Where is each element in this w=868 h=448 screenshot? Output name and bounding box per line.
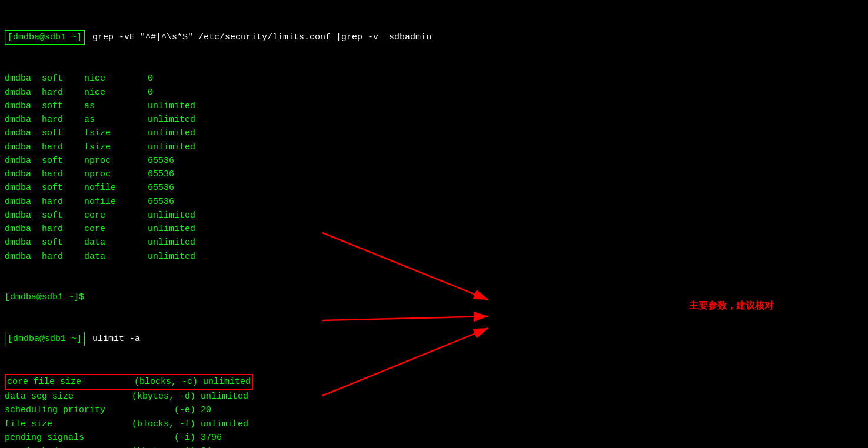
grep-output-line: dmdba hard fsize unlimited xyxy=(5,141,863,154)
ulimit-output-line: data seg size (kbytes, -d) unlimited xyxy=(5,390,863,403)
grep-output: dmdba soft nice 0dmdba hard nice 0dmdba … xyxy=(5,72,863,263)
grep-output-line: dmdba hard nproc 65536 xyxy=(5,168,863,181)
ulimit-output-line: core file size (blocks, -c) unlimited xyxy=(5,374,863,390)
grep-output-line: dmdba soft fsize unlimited xyxy=(5,126,863,140)
grep-output-line: dmdba soft nice 0 xyxy=(5,72,863,85)
grep-output-line: dmdba hard nofile 65536 xyxy=(5,195,863,209)
ulimit-output: core file size (blocks, -c) unlimiteddat… xyxy=(5,374,863,448)
prompt-1: [dmdba@sdb1 ~] xyxy=(5,30,85,45)
grep-output-line: dmdba soft as unlimited xyxy=(5,99,863,113)
command-line-1: [dmdba@sdb1 ~] grep -vE "^#|^\s*$" /etc/… xyxy=(5,30,863,45)
terminal-window: [dmdba@sdb1 ~] grep -vE "^#|^\s*$" /etc/… xyxy=(0,0,868,448)
ulimit-command-line: [dmdba@sdb1 ~] ulimit -a xyxy=(5,332,863,346)
grep-output-line: dmdba hard nice 0 xyxy=(5,86,863,99)
annotation-text: 主要参数，建议核对 xyxy=(689,300,774,312)
grep-output-line: dmdba soft core unlimited xyxy=(5,209,863,222)
grep-output-line: dmdba hard as unlimited xyxy=(5,113,863,126)
grep-output-line: dmdba soft data unlimited xyxy=(5,236,863,249)
grep-output-line: dmdba soft nofile 65536 xyxy=(5,181,863,195)
ulimit-output-line: max locked memory (kbytes, -l) 64 xyxy=(5,444,863,448)
grep-output-line: dmdba hard core unlimited xyxy=(5,222,863,236)
grep-output-line: dmdba hard data unlimited xyxy=(5,250,863,263)
ulimit-output-line: file size (blocks, -f) unlimited xyxy=(5,417,863,431)
command-1-text: grep -vE "^#|^\s*$" /etc/security/limits… xyxy=(87,31,431,44)
ulimit-output-line: scheduling priority (-e) 20 xyxy=(5,403,863,417)
prompt-box-2: [dmdba@sdb1 ~] xyxy=(5,332,85,346)
ulimit-output-line: pending signals (-i) 3796 xyxy=(5,431,863,444)
grep-output-line: dmdba soft nproc 65536 xyxy=(5,154,863,168)
ulimit-command: ulimit -a xyxy=(87,334,140,344)
